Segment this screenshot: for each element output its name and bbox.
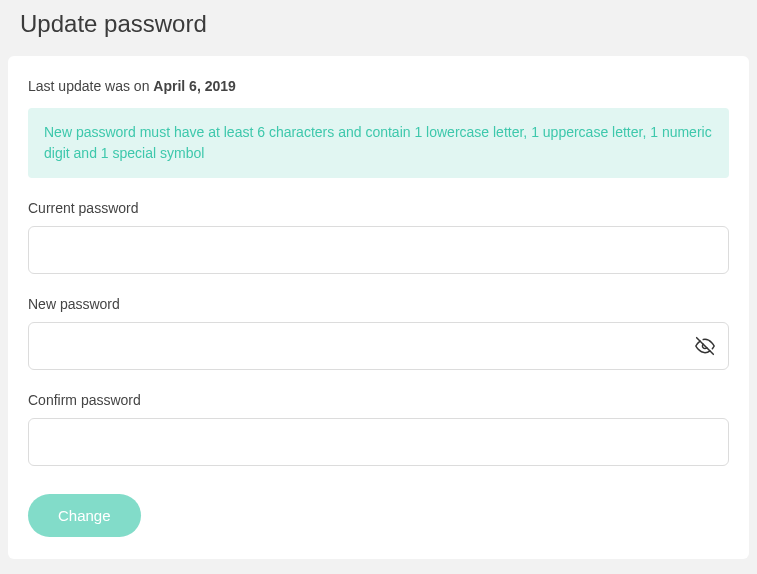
new-password-group: New password [28, 296, 729, 370]
password-card: Last update was on April 6, 2019 New pas… [8, 56, 749, 559]
current-password-wrapper [28, 226, 729, 274]
last-update-prefix: Last update was on [28, 78, 153, 94]
new-password-input[interactable] [28, 322, 729, 370]
new-password-wrapper [28, 322, 729, 370]
current-password-input[interactable] [28, 226, 729, 274]
current-password-label: Current password [28, 200, 729, 216]
confirm-password-input[interactable] [28, 418, 729, 466]
change-button[interactable]: Change [28, 494, 141, 537]
last-update-date: April 6, 2019 [153, 78, 236, 94]
last-update-text: Last update was on April 6, 2019 [28, 78, 729, 94]
password-requirements-box: New password must have at least 6 charac… [28, 108, 729, 178]
eye-off-icon[interactable] [695, 336, 715, 356]
new-password-label: New password [28, 296, 729, 312]
confirm-password-group: Confirm password [28, 392, 729, 466]
confirm-password-label: Confirm password [28, 392, 729, 408]
svg-line-0 [697, 338, 714, 355]
page-title: Update password [20, 10, 749, 38]
confirm-password-wrapper [28, 418, 729, 466]
current-password-group: Current password [28, 200, 729, 274]
